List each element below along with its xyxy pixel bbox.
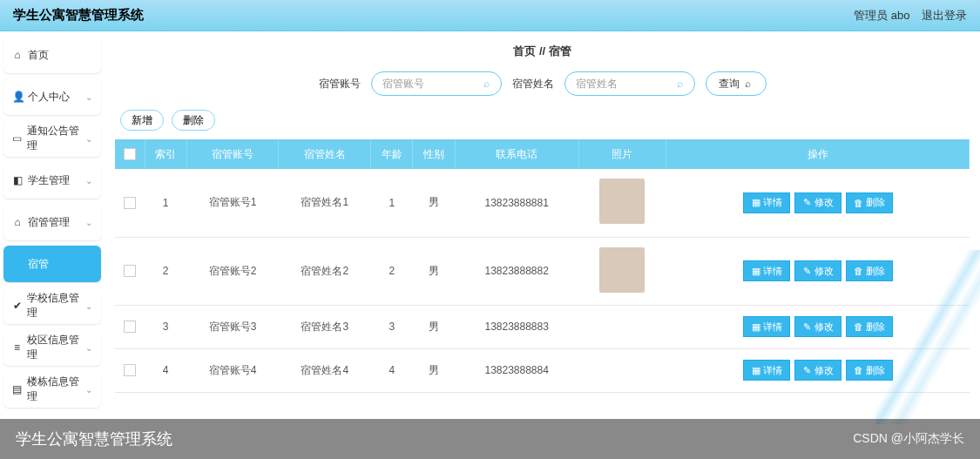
cell-phone: 13823888881 bbox=[455, 169, 578, 237]
edit-icon: ✎ bbox=[802, 197, 813, 208]
sidebar-item-6[interactable]: ✔学校信息管理⌄ bbox=[3, 287, 101, 324]
cell-index: 4 bbox=[145, 348, 186, 392]
row-delete-button[interactable]: 🗑删除 bbox=[846, 316, 893, 337]
row-delete-button[interactable]: 🗑删除 bbox=[846, 360, 893, 381]
table-body: 1宿管账号1宿管姓名11男13823888881▦详情✎修改🗑删除2宿管账号2宿… bbox=[115, 169, 970, 392]
col-header-8: 操作 bbox=[666, 139, 970, 169]
query-button[interactable]: 查询 ⌕ bbox=[706, 71, 767, 96]
ops-cell: ▦详情✎修改🗑删除 bbox=[666, 189, 970, 217]
watermark-bar: 学生公寓智慧管理系统 CSDN @小阿杰学长 bbox=[0, 419, 980, 459]
sidebar-item-label: 校区信息管理 bbox=[27, 333, 85, 362]
table-row: 3宿管账号3宿管姓名33男13823888883▦详情✎修改🗑删除 bbox=[115, 305, 970, 348]
admin-label[interactable]: 管理员 abo bbox=[854, 9, 909, 22]
row-delete-button[interactable]: 🗑删除 bbox=[846, 192, 893, 213]
table-header-row: 索引宿管账号宿管姓名年龄性别联系电话照片操作 bbox=[115, 139, 970, 169]
detail-button[interactable]: ▦详情 bbox=[743, 360, 790, 381]
row-checkbox[interactable] bbox=[124, 197, 136, 209]
sidebar-item-label: 学校信息管理 bbox=[27, 291, 85, 321]
menu-icon: ⌂ bbox=[12, 49, 23, 61]
cell-name: 宿管姓名1 bbox=[279, 169, 371, 237]
placeholder-text: 宿管账号 bbox=[382, 77, 424, 91]
data-table: 索引宿管账号宿管姓名年龄性别联系电话照片操作 1宿管账号1宿管姓名11男1382… bbox=[115, 139, 970, 393]
sidebar-item-label: 通知公告管理 bbox=[27, 124, 85, 153]
menu-icon: 👤 bbox=[12, 91, 23, 103]
sidebar-item-2[interactable]: ▭通知公告管理⌄ bbox=[3, 120, 101, 157]
cell-gender: 男 bbox=[413, 305, 455, 348]
col-header-6: 联系电话 bbox=[455, 139, 578, 169]
cell-name: 宿管姓名2 bbox=[279, 237, 371, 305]
col-header-3: 宿管姓名 bbox=[279, 139, 371, 169]
sidebar-item-label: 首页 bbox=[28, 48, 49, 63]
detail-icon: ▦ bbox=[751, 321, 761, 333]
cell-index: 2 bbox=[145, 237, 186, 305]
detail-button[interactable]: ▦详情 bbox=[743, 260, 790, 281]
add-button[interactable]: 新增 bbox=[120, 110, 164, 131]
ops-cell: ▦详情✎修改🗑删除 bbox=[666, 313, 970, 341]
col-header-2: 宿管账号 bbox=[186, 139, 279, 169]
detail-button[interactable]: ▦详情 bbox=[743, 316, 790, 337]
delete-icon: 🗑 bbox=[854, 266, 864, 276]
delete-icon: 🗑 bbox=[854, 321, 864, 332]
ops-cell: ▦详情✎修改🗑删除 bbox=[666, 356, 970, 384]
sidebar-item-1[interactable]: 👤个人中心⌄ bbox=[3, 78, 101, 115]
chevron-down-icon: ⌄ bbox=[85, 218, 92, 227]
search-input-name[interactable]: 宿管姓名 ⌕ bbox=[564, 71, 695, 96]
row-checkbox[interactable] bbox=[124, 265, 136, 277]
sidebar-item-label: 宿管 bbox=[28, 257, 49, 272]
detail-icon: ▦ bbox=[751, 365, 761, 376]
sidebar-item-0[interactable]: ⌂首页 bbox=[3, 37, 101, 73]
detail-button[interactable]: ▦详情 bbox=[743, 192, 790, 213]
edit-button[interactable]: ✎修改 bbox=[794, 316, 841, 337]
sidebar-item-8[interactable]: ▤楼栋信息管理⌄ bbox=[3, 371, 101, 408]
cell-gender: 男 bbox=[413, 348, 455, 392]
delete-button[interactable]: 删除 bbox=[172, 110, 215, 131]
sidebar-item-5[interactable]: 宿管 bbox=[3, 246, 101, 282]
breadcrumb: 首页 // 宿管 bbox=[115, 44, 970, 59]
edit-button[interactable]: ✎修改 bbox=[794, 260, 841, 281]
chevron-down-icon: ⌄ bbox=[85, 134, 92, 144]
cell-account: 宿管账号2 bbox=[186, 237, 279, 305]
cell-account: 宿管账号4 bbox=[186, 348, 279, 392]
photo-thumbnail[interactable] bbox=[599, 179, 645, 224]
cell-age: 1 bbox=[371, 169, 413, 237]
edit-icon: ✎ bbox=[802, 266, 813, 277]
app-header: 学生公寓智慧管理系统 管理员 abo 退出登录 bbox=[0, 0, 980, 31]
sidebar-item-label: 宿管管理 bbox=[28, 215, 70, 230]
search-input-account[interactable]: 宿管账号 ⌕ bbox=[371, 71, 502, 96]
breadcrumb-home[interactable]: 首页 bbox=[513, 44, 536, 57]
watermark-left: 学生公寓智慧管理系统 bbox=[16, 429, 172, 449]
chevron-down-icon: ⌄ bbox=[85, 176, 92, 186]
edit-button[interactable]: ✎修改 bbox=[794, 360, 841, 381]
cell-age: 2 bbox=[371, 237, 413, 305]
search-label-account: 宿管账号 bbox=[319, 77, 361, 91]
search-row: 宿管账号 宿管账号 ⌕ 宿管姓名 宿管姓名 ⌕ 查询 ⌕ bbox=[115, 71, 970, 96]
toolbar: 新增 删除 bbox=[120, 110, 970, 131]
edit-button[interactable]: ✎修改 bbox=[794, 192, 841, 213]
cell-phone: 13823888882 bbox=[455, 237, 578, 305]
chevron-down-icon: ⌄ bbox=[85, 385, 92, 395]
sidebar-item-7[interactable]: ≡校区信息管理⌄ bbox=[3, 329, 101, 366]
sidebar-item-3[interactable]: ◧学生管理⌄ bbox=[3, 162, 101, 199]
col-header-0 bbox=[115, 139, 145, 169]
cell-photo bbox=[578, 169, 666, 237]
sidebar-item-4[interactable]: ⌂宿管管理⌄ bbox=[3, 204, 101, 240]
edit-icon: ✎ bbox=[802, 321, 813, 333]
cell-phone: 13823888883 bbox=[455, 305, 578, 348]
cell-gender: 男 bbox=[413, 237, 455, 305]
col-header-4: 年龄 bbox=[371, 139, 413, 169]
breadcrumb-sep: // bbox=[539, 44, 545, 57]
menu-icon: ▭ bbox=[12, 132, 22, 145]
sidebar: ⌂首页👤个人中心⌄▭通知公告管理⌄◧学生管理⌄⌂宿管管理⌄宿管✔学校信息管理⌄≡… bbox=[0, 31, 105, 459]
detail-icon: ▦ bbox=[751, 197, 761, 208]
row-delete-button[interactable]: 🗑删除 bbox=[846, 260, 893, 281]
menu-icon: ✔ bbox=[12, 300, 22, 312]
select-all-checkbox[interactable] bbox=[124, 148, 136, 160]
row-checkbox[interactable] bbox=[124, 364, 136, 376]
photo-thumbnail[interactable] bbox=[599, 247, 645, 293]
query-button-label: 查询 bbox=[719, 77, 740, 91]
logout-link[interactable]: 退出登录 bbox=[922, 9, 967, 22]
cell-photo bbox=[578, 348, 666, 392]
main-content: 首页 // 宿管 宿管账号 宿管账号 ⌕ 宿管姓名 宿管姓名 ⌕ 查询 ⌕ 新增… bbox=[105, 31, 980, 459]
row-checkbox[interactable] bbox=[124, 321, 136, 333]
chevron-down-icon: ⌄ bbox=[85, 92, 92, 102]
